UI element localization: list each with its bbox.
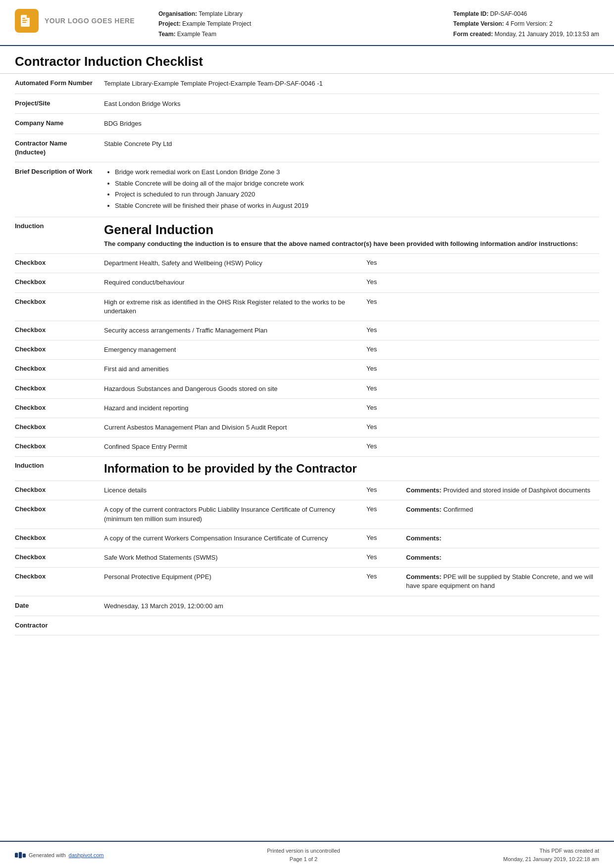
page: YOUR LOGO GOES HERE Organisation: Templa… [0,0,614,868]
org-line: Organisation: Template Library [158,9,453,19]
checkbox-desc-3: Security access arrangements / Traffic M… [104,326,366,335]
brief-description-list: Bridge work remedial work on East London… [104,167,599,210]
contractor-checkbox-row-1: Checkbox A copy of the current contracto… [15,500,599,529]
checkbox-desc-2: High or extreme risk as identified in th… [104,298,366,316]
svg-rect-0 [22,20,27,21]
induction-section2-label: Induction [15,462,104,469]
template-id-value: DP-SAF-0046 [490,10,527,17]
checkbox-row-8: Checkbox Current Asbestos Management Pla… [15,418,599,437]
project-label: Project: [158,20,181,27]
comment-label-3: Comments: [406,554,442,561]
contractor-name-row: Contractor Name (Inductee) Stable Concre… [15,134,599,162]
contractor-checkbox-label-2: Checkbox [15,534,104,541]
form-version-label: Form Version: [511,20,548,27]
contractor-checkbox-comment-1: Comments: Confirmed [406,505,599,514]
footer-center-line1: Printed version is uncontrolled [267,847,340,855]
induction-section2-content: Information to be provided by the Contra… [104,462,599,476]
comment-text-0: Provided and stored inside of Dashpivot … [443,486,590,494]
list-item: Bridge work remedial work on East London… [115,167,599,177]
contractor-row: Contractor [15,616,599,635]
svg-rect-2 [22,18,25,19]
checkbox-label-3: Checkbox [15,326,104,334]
template-id-label: Template ID: [453,10,488,17]
checkbox-label-0: Checkbox [15,259,104,266]
checkbox-desc-0: Department Health, Safety and Wellbeing … [104,259,366,268]
date-row: Date Wednesday, 13 March 2019, 12:00:00 … [15,596,599,617]
footer-right-line1: This PDF was created at [503,847,599,855]
comment-text-1: Confirmed [443,506,473,513]
project-site-value: East London Bridge Works [104,99,599,109]
footer-center: Printed version is uncontrolled Page 1 o… [267,847,340,863]
checkbox-row-6: Checkbox Hazardous Substances and Danger… [15,380,599,399]
contractor-checkbox-row-3: Checkbox Safe Work Method Statements (SW… [15,548,599,568]
team-label: Team: [158,31,175,38]
automated-form-number-label: Automated Form Number [15,79,104,88]
contractor-checkbox-label-3: Checkbox [15,553,104,561]
comment-label-0: Comments: [406,486,442,494]
contractor-checkbox-desc-1: A copy of the current contractors Public… [104,505,366,523]
svg-rect-5 [23,853,26,857]
dashpivot-link[interactable]: dashpivot.com [69,852,104,858]
contractor-checkbox-comment-3: Comments: [406,553,599,562]
list-item: Project is scheduled to run through Janu… [115,190,599,199]
checkbox-value-1: Yes [366,278,406,286]
checkbox-label-4: Checkbox [15,345,104,353]
footer-logo-icon [15,851,26,859]
footer-logo [15,851,26,859]
team-line: Team: Example Team [158,29,453,39]
contractor-checkbox-comment-4: Comments: PPE will be supplied by Stable… [406,573,599,590]
brief-description-row: Brief Description of Work Bridge work re… [15,162,599,217]
company-name-row: Company Name BDG Bridges [15,114,599,134]
form-version-value: 2 [549,20,553,27]
checkbox-row-4: Checkbox Emergency management Yes [15,340,599,360]
svg-rect-3 [15,853,18,857]
logo-area: YOUR LOGO GOES HERE [15,9,144,33]
checkbox-desc-1: Required conduct/behaviour [104,278,366,287]
checkbox-label-6: Checkbox [15,385,104,392]
footer-right: This PDF was created at Monday, 21 Janua… [503,847,599,863]
checkbox-label-9: Checkbox [15,442,104,450]
project-site-label: Project/Site [15,99,104,108]
date-label: Date [15,601,104,610]
automated-form-number-row: Automated Form Number Template Library-E… [15,74,599,94]
induction-section2-heading: Information to be provided by the Contra… [104,462,599,476]
checkbox-desc-5: First aid and amenities [104,365,366,374]
induction-section1-label: Induction [15,222,104,230]
generated-text: Generated with [29,852,66,858]
team-value: Example Team [177,31,216,38]
checkbox-row-0: Checkbox Department Health, Safety and W… [15,254,599,273]
contractor-checkbox-comment-0: Comments: Provided and stored inside of … [406,486,599,495]
form-created-value: Monday, 21 January 2019, 10:13:53 am [495,31,599,38]
contractor-checkbox-desc-3: Safe Work Method Statements (SWMS) [104,553,366,562]
contractor-checkbox-value-3: Yes [366,553,406,561]
contractor-row-label: Contractor [15,621,104,630]
list-item: Stable Concrete will be doing all of the… [115,179,599,189]
checkbox-label-5: Checkbox [15,365,104,372]
company-name-value: BDG Bridges [104,119,599,129]
header-meta: Organisation: Template Library Project: … [158,9,453,39]
company-name-label: Company Name [15,119,104,128]
list-item: Stable Concrete will be finished their p… [115,201,599,211]
contractor-checkbox-value-1: Yes [366,505,406,513]
template-id-line: Template ID: DP-SAF-0046 [453,9,599,19]
header: YOUR LOGO GOES HERE Organisation: Templa… [0,0,614,46]
template-version-value: 4 [506,20,509,27]
svg-rect-4 [19,852,22,858]
checkbox-row-1: Checkbox Required conduct/behaviour Yes [15,273,599,292]
checkbox-value-6: Yes [366,385,406,392]
checkbox-label-7: Checkbox [15,404,104,411]
org-value: Template Library [199,10,243,17]
contractor-checkbox-label-0: Checkbox [15,486,104,493]
footer: Generated with dashpivot.com Printed ver… [0,841,614,868]
content: Automated Form Number Template Library-E… [0,74,614,841]
form-created-line: Form created: Monday, 21 January 2019, 1… [453,29,599,39]
checkbox-value-4: Yes [366,345,406,353]
checkbox-row-2: Checkbox High or extreme risk as identif… [15,293,599,321]
form-created-label: Form created: [453,31,493,38]
induction-section1-subtext: The company conducting the induction is … [104,240,599,248]
project-line: Project: Example Template Project [158,19,453,29]
contractor-checkbox-label-4: Checkbox [15,573,104,580]
checkbox-label-1: Checkbox [15,278,104,286]
checkbox-value-5: Yes [366,365,406,372]
date-value: Wednesday, 13 March 2019, 12:00:00 am [104,601,599,611]
